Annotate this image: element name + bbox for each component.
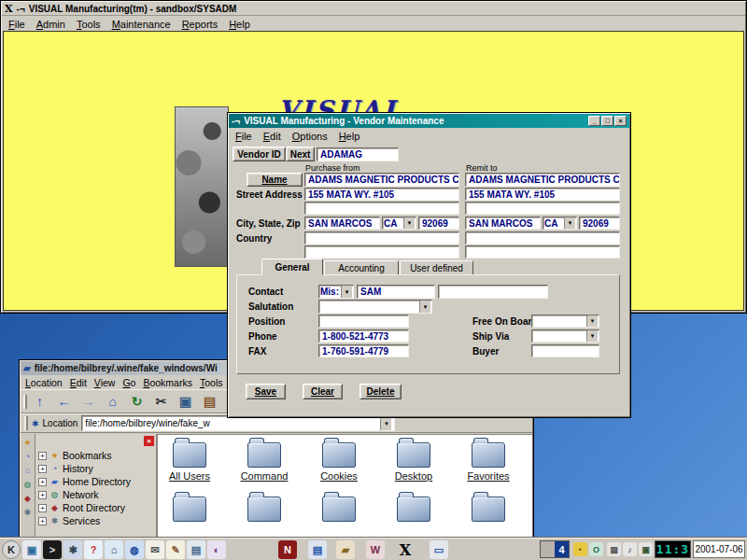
copy-icon[interactable]: ▣ bbox=[174, 391, 197, 413]
contact-title-combo[interactable]: Mis: ▼ bbox=[318, 285, 354, 299]
reload-icon[interactable]: ↻ bbox=[125, 391, 148, 413]
wine-icon[interactable]: W bbox=[366, 540, 385, 559]
toolbar-grip[interactable] bbox=[23, 395, 27, 409]
folder-item[interactable] bbox=[234, 491, 294, 522]
folder-all-users[interactable]: All Users bbox=[160, 437, 219, 482]
tree-item-root-directory[interactable]: + ◆ Root Directory bbox=[35, 501, 156, 514]
expander-icon[interactable]: + bbox=[38, 478, 47, 486]
pager-cell-active[interactable]: 4 bbox=[555, 541, 569, 557]
power-icon[interactable]: O bbox=[589, 542, 603, 556]
tab-accounting[interactable]: Accounting bbox=[324, 260, 399, 275]
documents-icon[interactable]: ▤ bbox=[187, 540, 205, 559]
menu-edit[interactable]: Edit bbox=[66, 376, 91, 389]
expander-icon[interactable]: + bbox=[38, 504, 47, 512]
terminal-icon[interactable]: > bbox=[43, 540, 62, 559]
purchase-city-input[interactable]: SAN MARCOS bbox=[304, 217, 380, 230]
menu-location[interactable]: Location bbox=[21, 376, 66, 389]
name-button[interactable]: Name bbox=[247, 173, 303, 187]
dialog-titlebar[interactable]: -¬ VISUAL Manufacturing - Vendor Mainten… bbox=[229, 114, 629, 128]
folder-item[interactable] bbox=[309, 491, 369, 522]
close-icon[interactable]: × bbox=[614, 116, 627, 126]
dropdown-icon[interactable]: ▼ bbox=[586, 330, 598, 342]
vendor-id-input[interactable]: ADAMAG bbox=[317, 147, 399, 161]
purchase-country-input[interactable] bbox=[304, 231, 459, 245]
maximize-icon[interactable]: □ bbox=[601, 116, 613, 126]
menu-admin[interactable]: Admin bbox=[31, 18, 71, 31]
remit-name-input[interactable]: ADAMS MAGNETIC PRODUCTS CO. bbox=[465, 173, 620, 187]
expander-icon[interactable]: + bbox=[38, 465, 47, 473]
volume-tray-icon[interactable]: ♪ bbox=[623, 542, 637, 556]
position-input[interactable] bbox=[318, 315, 409, 328]
menu-go[interactable]: Go bbox=[119, 376, 139, 389]
menu-reports[interactable]: Reports bbox=[176, 18, 224, 31]
x11-icon[interactable]: X bbox=[396, 540, 415, 559]
root-tab-icon[interactable]: ◆ bbox=[22, 493, 34, 504]
folder-cookies[interactable]: Cookies bbox=[309, 437, 369, 482]
save-button[interactable]: Save bbox=[246, 384, 286, 399]
expander-icon[interactable]: + bbox=[38, 517, 47, 525]
dropdown-icon[interactable]: ▼ bbox=[341, 286, 352, 298]
location-dropdown-icon[interactable]: ▼ bbox=[380, 416, 391, 430]
back-icon[interactable]: ← bbox=[52, 391, 76, 413]
purchase-country2-input[interactable] bbox=[304, 245, 459, 259]
cut-icon[interactable]: ✂ bbox=[149, 391, 173, 413]
folder-item[interactable] bbox=[384, 491, 444, 522]
vendor-id-button[interactable]: Vendor ID bbox=[233, 147, 286, 161]
folder-desktop[interactable]: Desktop bbox=[384, 437, 444, 482]
tree-item-home-directory[interactable]: + ▰ Home Directory bbox=[35, 475, 156, 488]
tree-item-services[interactable]: + ✱ Services bbox=[35, 514, 156, 527]
home-icon[interactable]: ⌂ bbox=[101, 391, 124, 413]
kmenu-icon[interactable]: K bbox=[2, 540, 21, 559]
menu-tools[interactable]: Tools bbox=[196, 376, 227, 389]
purchase-street1-input[interactable]: 155 MATA WY. #105 bbox=[304, 188, 459, 201]
document-icon[interactable]: ▤ bbox=[308, 540, 327, 559]
lock-icon[interactable]: ▪ bbox=[573, 542, 587, 556]
contact-last-input[interactable] bbox=[438, 285, 548, 299]
free-on-board-combo[interactable]: ▼ bbox=[531, 315, 599, 328]
expander-icon[interactable]: + bbox=[38, 491, 47, 499]
remit-street2-input[interactable] bbox=[465, 202, 620, 215]
dropdown-icon[interactable]: ▼ bbox=[419, 301, 430, 313]
purchase-name-input[interactable]: ADAMS MAGNETIC PRODUCTS CO. bbox=[304, 173, 459, 187]
folder-favorites[interactable]: Favorites bbox=[458, 437, 518, 482]
next-button[interactable]: Next bbox=[286, 147, 315, 161]
remit-city-input[interactable]: SAN MARCOS bbox=[465, 217, 541, 230]
expander-icon[interactable]: + bbox=[38, 452, 47, 460]
media-icon[interactable]: ◐ bbox=[207, 540, 226, 559]
remit-street1-input[interactable]: 155 MATA WY. #105 bbox=[465, 188, 620, 201]
salutation-combo[interactable]: ▼ bbox=[318, 300, 432, 314]
folder-command[interactable]: Command bbox=[234, 437, 294, 482]
remit-country-input[interactable] bbox=[465, 231, 620, 245]
dropdown-icon[interactable]: ▼ bbox=[586, 315, 598, 327]
purchase-zip-input[interactable]: 92069 bbox=[418, 217, 459, 230]
home-tab-icon[interactable]: ⌂ bbox=[22, 465, 34, 476]
monitor-icon[interactable]: ▭ bbox=[430, 540, 448, 559]
contact-first-input[interactable]: SAM bbox=[357, 285, 435, 299]
desktop-pager[interactable]: 4 bbox=[540, 540, 570, 558]
browser-icon[interactable]: ◍ bbox=[125, 540, 144, 559]
folder-launcher-icon[interactable]: ▰ bbox=[336, 540, 355, 559]
dropdown-icon[interactable]: ▼ bbox=[403, 217, 415, 229]
minimize-icon[interactable]: _ bbox=[588, 116, 600, 126]
paste-icon[interactable]: ▤ bbox=[198, 391, 221, 413]
history-tab-icon[interactable]: ◔ bbox=[22, 451, 34, 462]
fax-input[interactable]: 1-760-591-4779 bbox=[318, 344, 409, 357]
services-tab-icon[interactable]: ✱ bbox=[22, 507, 34, 518]
tree-item-history[interactable]: + ◔ History bbox=[35, 462, 156, 475]
menu-edit[interactable]: Edit bbox=[258, 130, 287, 143]
mail-icon[interactable]: ✉ bbox=[146, 540, 164, 559]
tab-general[interactable]: General bbox=[261, 259, 323, 275]
menu-tools[interactable]: Tools bbox=[71, 18, 106, 31]
menu-file[interactable]: File bbox=[3, 18, 31, 31]
menu-view[interactable]: View bbox=[91, 376, 120, 389]
editor-icon[interactable]: ✎ bbox=[166, 540, 185, 559]
tree-item-bookmarks[interactable]: + ★ Bookmarks bbox=[35, 449, 156, 462]
menu-help[interactable]: Help bbox=[333, 130, 366, 143]
purchase-state-combo[interactable]: CA ▼ bbox=[382, 217, 416, 230]
show-desktop-icon[interactable]: ▣ bbox=[22, 540, 41, 559]
sidebar-close-icon[interactable]: × bbox=[144, 436, 154, 446]
folder-item[interactable] bbox=[458, 491, 518, 522]
remit-state-combo[interactable]: CA ▼ bbox=[543, 217, 577, 230]
remit-zip-input[interactable]: 92069 bbox=[579, 217, 620, 230]
menu-options[interactable]: Options bbox=[287, 130, 333, 143]
